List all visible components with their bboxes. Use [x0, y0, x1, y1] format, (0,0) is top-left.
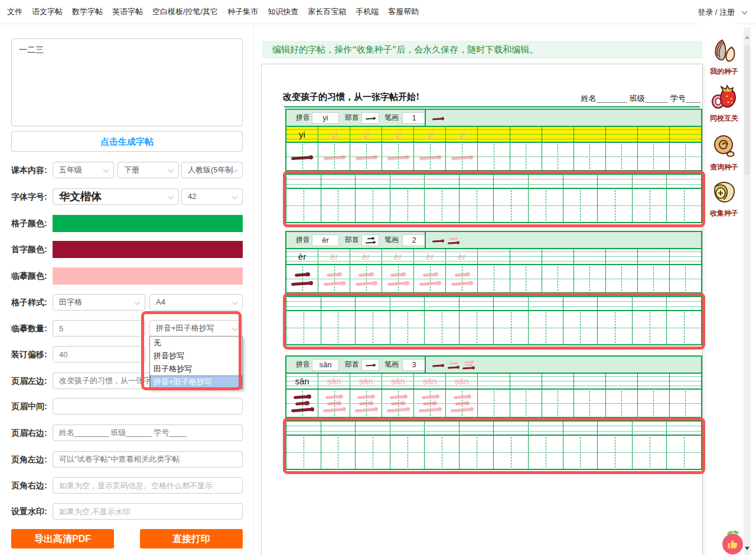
scrollbar-thumb[interactable]: [744, 45, 750, 175]
stroke-end: [441, 117, 444, 120]
pinyin-cell: èr: [382, 249, 414, 265]
first-color-label: 首字颜色:: [11, 241, 54, 258]
seed-item[interactable]: 同校互关: [705, 83, 743, 123]
grid-mid-line: [286, 205, 701, 206]
grid-style-select[interactable]: 田字格: [53, 294, 145, 311]
nav-item[interactable]: 英语字帖: [112, 6, 143, 17]
scroll-up-icon[interactable]: [745, 35, 750, 39]
pinyin-text: èr: [382, 249, 413, 265]
copy-color-row: 临摹颜色:: [0, 267, 254, 285]
stroke-end: [309, 407, 314, 412]
dropdown-option[interactable]: 无: [150, 337, 242, 350]
watermark-row: 设置水印:: [0, 503, 254, 520]
font-size-select[interactable]: 42: [181, 188, 243, 205]
pinyin-cell: [529, 175, 563, 188]
pinyin-cell: sān: [286, 374, 318, 389]
watermark-input[interactable]: [53, 503, 243, 520]
stroke-end: [436, 155, 441, 159]
pinyin-cell: [563, 175, 598, 188]
dropdown-option[interactable]: 拼音+田子格抄写: [150, 376, 242, 389]
pinyin-cell: [667, 175, 701, 188]
grid-mid-line: [286, 452, 701, 453]
table-header-row: 拼音èr部首笔画2: [286, 232, 701, 249]
nav-item[interactable]: 客服帮助: [388, 6, 419, 17]
header-mid-input[interactable]: [53, 398, 243, 414]
generate-button[interactable]: 点击生成字帖: [11, 131, 243, 152]
nav-item[interactable]: 家长百宝箱: [308, 6, 346, 17]
edition-select[interactable]: 人教版(5年制: [181, 162, 243, 178]
nav-item[interactable]: 文件: [7, 6, 22, 17]
scroll-down-icon[interactable]: [745, 547, 750, 550]
copy-count-input[interactable]: [53, 320, 145, 337]
pinyin-text: yi: [318, 127, 350, 142]
stroke-end: [436, 281, 441, 286]
pinyin-cell: [286, 422, 321, 435]
pinyin-cell: [321, 422, 356, 435]
grade-select[interactable]: 五年级: [53, 162, 114, 178]
pinyin-cell: [494, 297, 529, 310]
nav-item[interactable]: 数学字帖: [72, 6, 103, 17]
char-stroke: [454, 273, 469, 276]
char-stroke: [295, 273, 309, 276]
stroke-end: [373, 241, 376, 244]
copy-mode-select[interactable]: 拼音+田子格抄写: [149, 320, 243, 337]
header-right-row: 页眉右边:: [0, 425, 254, 442]
stroke-end: [465, 272, 470, 277]
pinyin-cell: yi: [286, 127, 318, 142]
footer-left-input[interactable]: [53, 451, 243, 468]
like-button[interactable]: [722, 534, 743, 554]
stroke: [447, 241, 458, 244]
stroke: [465, 364, 472, 365]
header-right-input[interactable]: [53, 425, 243, 441]
chevron-down-icon: [168, 194, 174, 200]
scrollbar[interactable]: [744, 27, 751, 555]
export-pdf-button[interactable]: 导出高清PDF: [11, 529, 114, 549]
grid-color-swatch[interactable]: [53, 215, 243, 232]
pinyin-cell: yi: [350, 127, 382, 142]
stroke-end: [468, 281, 473, 286]
seed-item[interactable]: 我的种子: [705, 37, 743, 77]
nav-item[interactable]: 种子集市: [227, 6, 258, 17]
radical-value-box: [361, 359, 379, 371]
char-stroke: [355, 408, 377, 412]
nav-item[interactable]: 手机端: [356, 6, 379, 17]
grid-mid-line: [286, 403, 701, 404]
copy-color-swatch[interactable]: [53, 267, 243, 285]
pinyin-text: yi: [382, 127, 413, 142]
stroke-end: [441, 239, 444, 242]
first-char-color-swatch[interactable]: [53, 241, 243, 258]
char-stroke: [422, 273, 437, 276]
footer-right-input[interactable]: [53, 477, 243, 494]
seed-item[interactable]: 查询种子: [705, 132, 743, 172]
pinyin-cell: [356, 297, 390, 310]
stroke: [464, 361, 472, 363]
char-stroke: [294, 395, 311, 399]
nav-item[interactable]: 空白模板/控笔/其它: [152, 6, 218, 17]
dropdown-option[interactable]: 拼音抄写: [150, 350, 242, 363]
grid-mid-line: [286, 156, 701, 157]
pinyin-cell: [286, 297, 321, 310]
nav-item[interactable]: 知识快查: [268, 6, 298, 17]
char-stroke: [366, 117, 375, 119]
pinyin-cell: [356, 175, 390, 188]
copy-table: [285, 296, 702, 345]
pinyin-cell: sān: [350, 374, 382, 389]
pinyin-text: èr: [446, 249, 477, 265]
login-register-link[interactable]: 登录 / 注册: [698, 0, 735, 24]
dropdown-option[interactable]: 田子格抄写: [150, 363, 242, 376]
characters-input[interactable]: 一二三: [11, 38, 243, 126]
nav-item[interactable]: 语文字帖: [32, 6, 63, 17]
char-stroke: [356, 282, 377, 286]
print-button[interactable]: 直接打印: [140, 529, 243, 549]
binding-offset-input[interactable]: [53, 346, 145, 363]
seed-item[interactable]: 收集种子: [705, 178, 743, 218]
header-divider: [425, 357, 426, 373]
paper-size-select[interactable]: A4: [149, 294, 243, 311]
volume-select[interactable]: 下册: [118, 162, 179, 178]
empty-character-row: [286, 189, 701, 222]
pinyin-text: sān: [414, 374, 445, 389]
pinyin-cell: [425, 175, 460, 188]
pinyin-guide-line: [286, 306, 701, 307]
font-select[interactable]: 华文楷体: [53, 188, 179, 205]
grid-mid-line: [286, 328, 701, 328]
